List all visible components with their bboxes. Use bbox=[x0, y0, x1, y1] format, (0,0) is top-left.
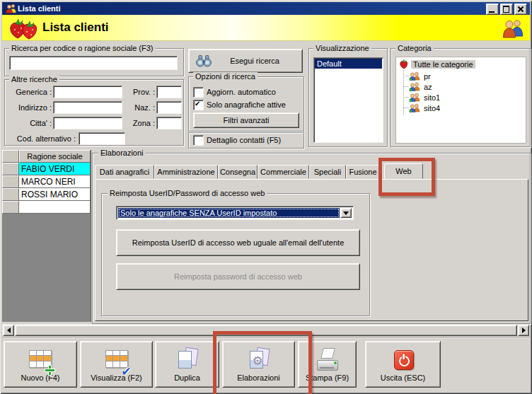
opzioni-ricerca-label: Opzioni di ricerca bbox=[193, 72, 258, 81]
dettaglio-contatti-group: Dettaglio contatti (F5) bbox=[188, 132, 304, 149]
aggiorn-automatico-checkbox[interactable] bbox=[193, 87, 204, 98]
app-window: Lista clienti Lista clienti Ricerca per … bbox=[0, 0, 532, 394]
dettaglio-contatti-checkbox[interactable] bbox=[193, 135, 204, 146]
reimposta-password-button-disabled: Reimposta password di accesso web bbox=[116, 263, 360, 290]
title-bar: Lista clienti bbox=[2, 2, 530, 15]
categoria-group: Categoria Tutte le categorie pr bbox=[391, 48, 531, 147]
duplicate-documents-icon bbox=[175, 348, 200, 372]
horizontal-scrollbar bbox=[2, 324, 530, 337]
tree-item-az[interactable]: az bbox=[424, 83, 432, 91]
indirizzo-input[interactable] bbox=[53, 101, 122, 114]
arrow-right-icon bbox=[522, 328, 526, 333]
naz-label: Naz. : bbox=[125, 103, 155, 112]
binoculars-icon bbox=[195, 54, 212, 67]
visualizza-button[interactable]: Visualizza (F2) bbox=[80, 341, 153, 388]
reimposta-userid-button[interactable]: Reimposta UserID di accesso web uguale a… bbox=[116, 229, 360, 256]
row-selector[interactable] bbox=[2, 175, 19, 188]
minimize-button[interactable] bbox=[486, 4, 499, 15]
category-people-icon bbox=[409, 82, 420, 91]
tab-web-active[interactable]: Web bbox=[384, 163, 423, 179]
printer-icon bbox=[315, 348, 340, 372]
scrollbar-thumb[interactable] bbox=[15, 325, 517, 336]
row-selector[interactable] bbox=[2, 163, 19, 175]
categoria-tree: Tutte le categorie pr az bbox=[395, 57, 526, 144]
tree-root-tutte-le-categorie[interactable]: Tutte le categorie bbox=[411, 60, 475, 69]
tab-amministrazione[interactable]: Amministrazione bbox=[154, 165, 218, 179]
stampa-button[interactable]: Stampa (F9) bbox=[298, 341, 357, 388]
scroll-left-button[interactable] bbox=[3, 325, 14, 336]
filtri-avanzati-button[interactable]: Filtri avanzati bbox=[193, 112, 299, 128]
uscita-button[interactable]: Uscita (ESC) bbox=[365, 341, 441, 388]
tree-connector bbox=[403, 108, 408, 108]
naz-input[interactable] bbox=[156, 101, 182, 114]
tab-consegna[interactable]: Consegna bbox=[218, 165, 258, 179]
maximize-button[interactable] bbox=[500, 4, 513, 15]
reimposta-combobox[interactable]: Solo le anagrafiche SENZA UserID imposta… bbox=[116, 206, 354, 220]
other-search-label: Altre ricerche bbox=[9, 75, 59, 83]
elaborazioni-button[interactable]: Elaborazioni bbox=[222, 341, 295, 388]
esegui-ricerca-button[interactable]: Esegui ricerca bbox=[188, 49, 303, 73]
duplica-label: Duplica bbox=[174, 373, 200, 382]
opzioni-ricerca-group: Opzioni di ricerca Aggiorn. automatico S… bbox=[188, 76, 304, 132]
tab-fusione[interactable]: Fusione bbox=[346, 165, 380, 179]
category-people-icon bbox=[409, 93, 420, 102]
table-row-empty bbox=[19, 201, 91, 214]
clients-table: Ragione sociale FABIO VERDI MARCO NERI R… bbox=[2, 150, 91, 322]
citta-input[interactable] bbox=[53, 117, 122, 129]
reimposta-password-label: Reimposta password di accesso web bbox=[174, 272, 302, 281]
zona-input[interactable] bbox=[156, 117, 182, 129]
visualizzazione-listbox: Default bbox=[313, 57, 383, 143]
search-input[interactable] bbox=[9, 56, 178, 70]
tree-item-sito4[interactable]: sito4 bbox=[424, 104, 440, 112]
solo-anagrafiche-attive-label: Solo anagrafiche attive bbox=[207, 100, 286, 109]
indirizzo-label: Indirizzo : bbox=[6, 103, 52, 112]
dettaglio-contatti-label: Dettaglio contatti (F5) bbox=[207, 136, 281, 144]
table-row[interactable]: ROSSI MARIO bbox=[19, 188, 91, 201]
strawberries-icon bbox=[8, 16, 39, 40]
tab-dati-anagrafici[interactable]: Dati anagrafici bbox=[95, 165, 154, 179]
table-row-selected[interactable]: FABIO VERDI bbox=[19, 163, 91, 175]
duplica-button[interactable]: Duplica bbox=[155, 341, 219, 388]
combobox-value: Solo le anagrafiche SENZA UserID imposta… bbox=[118, 208, 340, 218]
generica-label: Generica : bbox=[6, 88, 52, 96]
tree-connector bbox=[403, 76, 408, 76]
citta-label: Citta' : bbox=[6, 119, 52, 127]
category-people-icon bbox=[409, 103, 420, 112]
tab-speciali[interactable]: Speciali bbox=[309, 165, 346, 179]
prov-label: Prov. : bbox=[125, 88, 155, 96]
uscita-label: Uscita (ESC) bbox=[381, 373, 426, 382]
solo-anagrafiche-attive-checkbox[interactable] bbox=[193, 100, 204, 110]
filtri-avanzati-label: Filtri avanzati bbox=[224, 116, 270, 124]
page-title: Lista clienti bbox=[42, 21, 109, 35]
column-header-ragione-sociale[interactable]: Ragione sociale bbox=[19, 150, 91, 163]
elaborazioni-group: Elaborazioni Dati anagrafici Amministraz… bbox=[92, 153, 531, 324]
strawberry-icon bbox=[399, 59, 409, 69]
row-selector[interactable] bbox=[2, 188, 19, 201]
tree-item-pr[interactable]: pr bbox=[424, 72, 431, 81]
scroll-right-button[interactable] bbox=[518, 325, 529, 336]
cod-alternativo-input[interactable] bbox=[79, 132, 125, 145]
tree-connector bbox=[403, 86, 408, 87]
window-title: Lista clienti bbox=[18, 4, 61, 13]
tree-item-sito1[interactable]: sito1 bbox=[424, 93, 440, 102]
table-row[interactable]: MARCO NERI bbox=[19, 175, 91, 188]
nuovo-button[interactable]: Nuovo (F4) bbox=[4, 341, 77, 388]
app-icon bbox=[6, 4, 17, 13]
other-search-group: Altre ricerche Generica : Prov. : Indiri… bbox=[4, 79, 184, 146]
search-group-label: Ricerca per codice o ragione sociale (F3… bbox=[9, 44, 156, 52]
page-header: Lista clienti bbox=[2, 15, 530, 41]
reimposta-group: Reimposta UserID/Password di accesso web… bbox=[101, 193, 370, 316]
visualizzazione-label: Visualizzazione bbox=[313, 44, 371, 52]
visualizzazione-group: Visualizzazione Default bbox=[308, 48, 388, 147]
close-button[interactable] bbox=[514, 4, 527, 15]
visualizzazione-item-default[interactable]: Default bbox=[315, 59, 382, 69]
tab-commerciale[interactable]: Commerciale bbox=[258, 165, 309, 179]
aggiorn-automatico-label: Aggiorn. automatico bbox=[207, 88, 276, 96]
generica-input[interactable] bbox=[53, 86, 122, 98]
new-grid-icon bbox=[28, 348, 53, 372]
power-exit-icon bbox=[391, 348, 416, 372]
reimposta-group-label: Reimposta UserID/Password di accesso web bbox=[108, 189, 267, 197]
combobox-dropdown-button[interactable] bbox=[340, 208, 352, 218]
prov-input[interactable] bbox=[156, 86, 182, 98]
stampa-label: Stampa (F9) bbox=[306, 373, 349, 382]
